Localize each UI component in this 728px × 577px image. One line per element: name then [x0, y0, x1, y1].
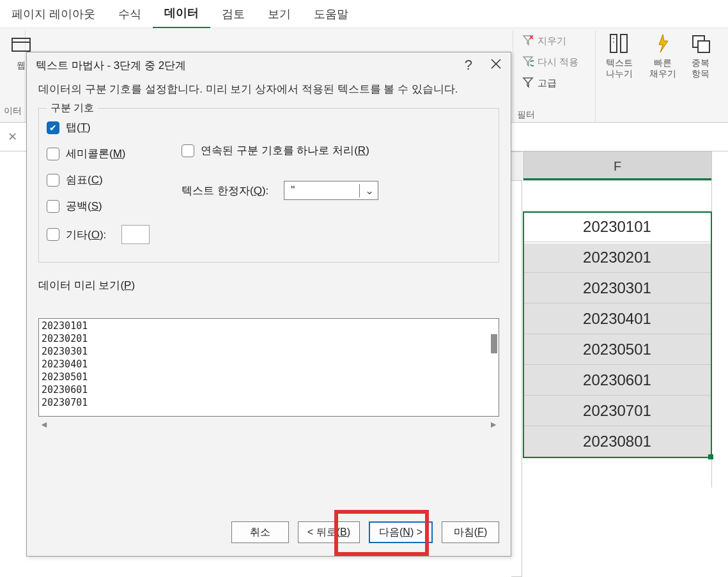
scroll-left-icon[interactable]: ◄: [40, 419, 49, 429]
cell-empty[interactable]: [523, 457, 712, 488]
checkbox-checked-icon: [47, 121, 59, 134]
svg-marker-8: [659, 35, 668, 52]
tab-review[interactable]: 검토: [210, 0, 256, 28]
checkbox-icon: [47, 200, 59, 213]
svg-rect-5: [621, 35, 627, 52]
cancel-input-icon[interactable]: ✕: [4, 130, 21, 144]
text-to-columns-label-2: 나누기: [606, 68, 633, 79]
svg-rect-4: [610, 35, 617, 52]
flash-fill-button[interactable]: 빠른 채우기: [644, 32, 681, 79]
preview-box[interactable]: 20230101 20230201 20230301 20230401 2023…: [38, 318, 499, 417]
cancel-button[interactable]: 취소: [231, 521, 289, 543]
tab-data[interactable]: 데이터: [153, 0, 210, 29]
ribbon-group-label-data-fragment: 이터: [3, 105, 22, 118]
tab-formulas[interactable]: 수식: [107, 0, 153, 28]
delimiter-right-options: 연속된 구분 기호를 하나로 처리(R) 텍스트 한정자(Q): " ⌄: [182, 120, 378, 244]
reapply-filter-button[interactable]: 다시 적용: [522, 56, 578, 69]
delimiter-other-input[interactable]: [121, 225, 150, 244]
dialog-help-button[interactable]: ?: [465, 57, 472, 73]
ribbon-tabs: 페이지 레이아웃 수식 데이터 검토 보기 도움말: [0, 0, 728, 28]
text-qualifier-combo[interactable]: " ⌄: [284, 181, 378, 200]
remove-duplicates-button[interactable]: 중복 항목: [688, 32, 713, 79]
delimiter-tab-checkbox[interactable]: 탭(T): [47, 120, 150, 135]
delimiter-space-checkbox[interactable]: 공백(S): [47, 199, 150, 213]
delimiter-comma-checkbox[interactable]: 쉼표(C): [47, 173, 150, 187]
flash-fill-label-1: 빠른: [654, 58, 672, 68]
dialog-body: 데이터의 구분 기호를 설정합니다. 미리 보기 상자에서 적용된 텍스트를 볼…: [27, 78, 511, 515]
advanced-filter-icon: [522, 77, 534, 90]
delimiter-semicolon-label: 세미콜론(M): [66, 146, 126, 161]
next-button[interactable]: 다음(N) >: [369, 521, 433, 543]
cell-value[interactable]: 20230201: [523, 242, 712, 273]
remove-duplicates-label-2: 항목: [692, 68, 709, 79]
checkbox-icon: [47, 228, 59, 241]
preview-vertical-scrollbar[interactable]: [491, 334, 497, 353]
clear-filter-icon: [522, 35, 534, 48]
clear-filter-button[interactable]: 지우기: [522, 35, 578, 48]
consecutive-delimiter-label: 연속된 구분 기호를 하나로 처리(R): [201, 143, 369, 158]
checkbox-icon: [47, 148, 59, 160]
cell-value[interactable]: 20230401: [523, 304, 712, 334]
preview-horizontal-scrollbar[interactable]: ◄ ►: [38, 419, 499, 429]
column-header-f[interactable]: F: [523, 151, 712, 181]
delimiter-comma-label: 쉼표(C): [66, 173, 103, 187]
delimiter-options: 탭(T) 세미콜론(M) 쉼표(C) 공백(S): [47, 120, 150, 244]
filter-group-label: 필터: [517, 109, 535, 122]
text-qualifier-value: ": [291, 184, 295, 197]
advanced-filter-label: 고급: [538, 77, 557, 89]
finish-button[interactable]: 마침(F): [442, 521, 499, 543]
cell-f-active[interactable]: 20230101: [523, 212, 712, 242]
cell-value[interactable]: 20230801: [523, 426, 712, 457]
text-to-columns-icon: [608, 32, 631, 58]
close-icon: [490, 58, 502, 70]
remove-duplicates-label-1: 중복: [692, 58, 709, 68]
scroll-right-icon[interactable]: ►: [489, 419, 498, 429]
preview-row: 20230201: [42, 333, 496, 346]
delimiter-other-checkbox[interactable]: 기타(O):: [47, 225, 150, 244]
tab-page-layout[interactable]: 페이지 레이아웃: [0, 0, 107, 28]
preview-row: 20230701: [42, 397, 496, 410]
from-web-label: 웹: [17, 60, 26, 71]
text-wizard-dialog: 텍스트 마법사 - 3단계 중 2단계 ? 데이터의 구분 기호를 설정합니다.…: [26, 52, 511, 557]
remove-duplicates-icon: [689, 32, 712, 58]
text-to-columns-button[interactable]: 텍스트 나누기: [601, 32, 638, 79]
svg-rect-10: [698, 41, 709, 52]
delimiter-semicolon-checkbox[interactable]: 세미콜론(M): [47, 146, 150, 161]
delimiter-legend: 구분 기호: [47, 102, 98, 115]
flash-fill-icon: [651, 32, 674, 58]
preview-row: 20230501: [42, 371, 496, 384]
ribbon-group-data-tools: 텍스트 나누기 빠른 채우기 중복 항목: [596, 31, 718, 122]
back-button[interactable]: < 뒤로(B): [298, 521, 360, 543]
cell-value[interactable]: 20230701: [523, 396, 712, 426]
cell-value[interactable]: 20230501: [523, 334, 712, 365]
cell-value[interactable]: 20230301: [523, 273, 712, 304]
ribbon-group-filter-commands: 지우기 다시 적용 고급 필터: [513, 31, 596, 122]
column-f-cells: 20230101 20230201 20230301 20230401 2023…: [523, 181, 712, 488]
app-viewport: 페이지 레이아웃 수식 데이터 검토 보기 도움말 웹 이터: [0, 0, 728, 577]
dialog-close-button[interactable]: [490, 57, 502, 73]
preview-row: 20230101: [42, 320, 496, 333]
checkbox-icon: [47, 174, 59, 187]
delimiter-space-label: 공백(S): [66, 199, 102, 213]
chevron-down-icon: ⌄: [359, 184, 374, 197]
dialog-titlebar[interactable]: 텍스트 마법사 - 3단계 중 2단계 ?: [27, 52, 511, 78]
dialog-description: 데이터의 구분 기호를 설정합니다. 미리 보기 상자에서 적용된 텍스트를 볼…: [38, 82, 499, 96]
preview-row: 20230401: [42, 358, 496, 371]
consecutive-delimiter-checkbox[interactable]: 연속된 구분 기호를 하나로 처리(R): [182, 143, 378, 158]
cell-f1[interactable]: [523, 181, 712, 212]
delimiter-tab-label: 탭(T): [66, 120, 91, 135]
ribbon-group-get-data-fragment: 웹 이터: [0, 31, 26, 122]
dialog-button-row: 취소 < 뒤로(B) 다음(N) > 마침(F): [27, 515, 511, 556]
preview-label: 데이터 미리 보기(P): [38, 278, 499, 293]
text-qualifier-label: 텍스트 한정자(Q):: [182, 183, 268, 198]
text-to-columns-label-1: 텍스트: [606, 58, 633, 68]
tab-view[interactable]: 보기: [256, 0, 302, 28]
tab-help[interactable]: 도움말: [302, 0, 360, 28]
dialog-title: 텍스트 마법사 - 3단계 중 2단계: [36, 58, 186, 73]
checkbox-icon: [182, 144, 194, 157]
advanced-filter-button[interactable]: 고급: [522, 77, 578, 90]
preview-row: 20230301: [42, 346, 496, 358]
reapply-filter-label: 다시 적용: [538, 56, 578, 68]
cell-value[interactable]: 20230601: [523, 365, 712, 396]
preview-rows: 20230101 20230201 20230301 20230401 2023…: [42, 320, 496, 410]
